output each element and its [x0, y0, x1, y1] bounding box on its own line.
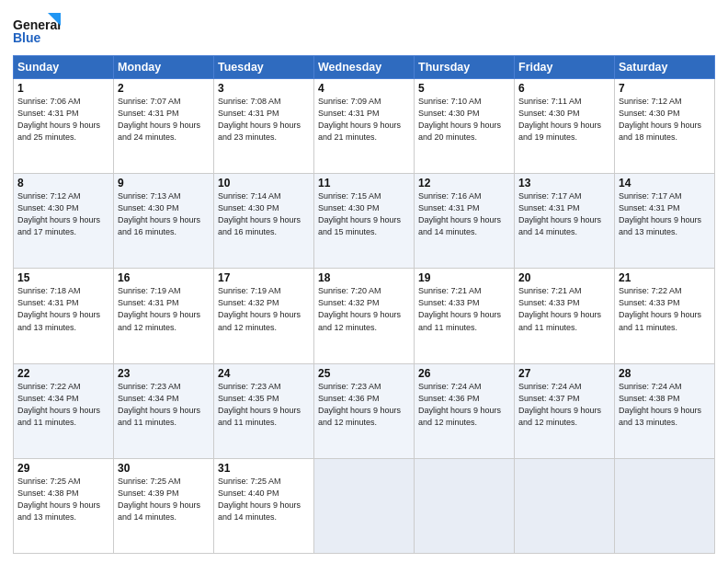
day-info: Sunrise: 7:12 AMSunset: 4:30 PMDaylight …	[619, 96, 711, 144]
calendar-body: 1 Sunrise: 7:06 AMSunset: 4:31 PMDayligh…	[14, 79, 715, 554]
calendar-cell: 5 Sunrise: 7:10 AMSunset: 4:30 PMDayligh…	[415, 79, 515, 174]
calendar-cell: 21 Sunrise: 7:22 AMSunset: 4:33 PMDaylig…	[615, 269, 715, 363]
day-number: 7	[619, 82, 711, 95]
day-info: Sunrise: 7:19 AMSunset: 4:32 PMDaylight …	[218, 285, 310, 333]
calendar-cell: 6 Sunrise: 7:11 AMSunset: 4:30 PMDayligh…	[515, 79, 615, 174]
calendar-cell: 22 Sunrise: 7:22 AMSunset: 4:34 PMDaylig…	[14, 363, 114, 458]
day-number: 24	[218, 367, 310, 380]
day-number: 8	[17, 177, 109, 190]
calendar-cell: 19 Sunrise: 7:21 AMSunset: 4:33 PMDaylig…	[415, 269, 515, 363]
day-info: Sunrise: 7:19 AMSunset: 4:31 PMDaylight …	[118, 285, 210, 333]
calendar-cell: 25 Sunrise: 7:23 AMSunset: 4:36 PMDaylig…	[314, 363, 415, 458]
calendar-cell: 2 Sunrise: 7:07 AMSunset: 4:31 PMDayligh…	[114, 79, 214, 174]
day-info: Sunrise: 7:07 AMSunset: 4:31 PMDaylight …	[118, 96, 210, 144]
day-number: 16	[118, 271, 210, 284]
day-info: Sunrise: 7:22 AMSunset: 4:33 PMDaylight …	[619, 285, 711, 333]
day-number: 29	[17, 462, 109, 475]
day-info: Sunrise: 7:17 AMSunset: 4:31 PMDaylight …	[518, 190, 610, 238]
day-number: 30	[118, 462, 210, 475]
day-number: 31	[218, 462, 310, 475]
weekday-header-monday: Monday	[114, 56, 214, 79]
day-info: Sunrise: 7:16 AMSunset: 4:31 PMDaylight …	[418, 190, 510, 238]
day-number: 26	[418, 367, 510, 380]
day-number: 14	[619, 177, 711, 190]
calendar-cell: 11 Sunrise: 7:15 AMSunset: 4:30 PMDaylig…	[314, 174, 415, 269]
calendar-cell: 7 Sunrise: 7:12 AMSunset: 4:30 PMDayligh…	[615, 79, 715, 174]
day-info: Sunrise: 7:25 AMSunset: 4:38 PMDaylight …	[17, 476, 109, 523]
calendar-cell: 18 Sunrise: 7:20 AMSunset: 4:32 PMDaylig…	[314, 269, 415, 363]
calendar-cell: 16 Sunrise: 7:19 AMSunset: 4:31 PMDaylig…	[114, 269, 214, 363]
calendar-cell: 20 Sunrise: 7:21 AMSunset: 4:33 PMDaylig…	[515, 269, 615, 363]
day-info: Sunrise: 7:12 AMSunset: 4:30 PMDaylight …	[17, 190, 109, 238]
day-info: Sunrise: 7:24 AMSunset: 4:36 PMDaylight …	[418, 381, 510, 429]
calendar-cell: 10 Sunrise: 7:14 AMSunset: 4:30 PMDaylig…	[214, 174, 314, 269]
day-number: 19	[418, 271, 510, 284]
day-number: 13	[518, 177, 610, 190]
logo-icon: General Blue	[13, 9, 61, 48]
calendar-cell: 17 Sunrise: 7:19 AMSunset: 4:32 PMDaylig…	[214, 269, 314, 363]
day-info: Sunrise: 7:23 AMSunset: 4:35 PMDaylight …	[218, 381, 310, 429]
day-info: Sunrise: 7:24 AMSunset: 4:38 PMDaylight …	[619, 381, 711, 429]
calendar-cell: 24 Sunrise: 7:23 AMSunset: 4:35 PMDaylig…	[214, 363, 314, 458]
day-info: Sunrise: 7:25 AMSunset: 4:40 PMDaylight …	[218, 476, 310, 523]
day-info: Sunrise: 7:06 AMSunset: 4:31 PMDaylight …	[17, 96, 109, 144]
weekday-header-row: SundayMondayTuesdayWednesdayThursdayFrid…	[14, 56, 715, 79]
calendar-cell: 28 Sunrise: 7:24 AMSunset: 4:38 PMDaylig…	[615, 363, 715, 458]
week-row-3: 15 Sunrise: 7:18 AMSunset: 4:31 PMDaylig…	[14, 269, 715, 363]
weekday-header-saturday: Saturday	[615, 56, 715, 79]
day-number: 28	[619, 367, 711, 380]
header: General Blue	[13, 9, 715, 48]
svg-text:Blue: Blue	[13, 30, 41, 45]
day-info: Sunrise: 7:25 AMSunset: 4:39 PMDaylight …	[118, 476, 210, 523]
calendar-cell	[515, 458, 615, 553]
day-number: 2	[118, 82, 210, 95]
day-info: Sunrise: 7:13 AMSunset: 4:30 PMDaylight …	[118, 190, 210, 238]
calendar-cell: 9 Sunrise: 7:13 AMSunset: 4:30 PMDayligh…	[114, 174, 214, 269]
weekday-header-friday: Friday	[515, 56, 615, 79]
calendar-cell: 29 Sunrise: 7:25 AMSunset: 4:38 PMDaylig…	[14, 458, 114, 553]
day-info: Sunrise: 7:09 AMSunset: 4:31 PMDaylight …	[318, 96, 410, 144]
day-number: 27	[518, 367, 610, 380]
calendar-cell: 1 Sunrise: 7:06 AMSunset: 4:31 PMDayligh…	[14, 79, 114, 174]
day-number: 5	[418, 82, 510, 95]
calendar-cell: 3 Sunrise: 7:08 AMSunset: 4:31 PMDayligh…	[214, 79, 314, 174]
day-info: Sunrise: 7:18 AMSunset: 4:31 PMDaylight …	[17, 285, 109, 333]
day-info: Sunrise: 7:20 AMSunset: 4:32 PMDaylight …	[318, 285, 410, 333]
calendar-cell	[615, 458, 715, 553]
calendar-cell: 13 Sunrise: 7:17 AMSunset: 4:31 PMDaylig…	[515, 174, 615, 269]
day-number: 15	[17, 271, 109, 284]
calendar-cell: 30 Sunrise: 7:25 AMSunset: 4:39 PMDaylig…	[114, 458, 214, 553]
calendar-cell	[314, 458, 415, 553]
week-row-5: 29 Sunrise: 7:25 AMSunset: 4:38 PMDaylig…	[14, 458, 715, 553]
calendar-cell: 27 Sunrise: 7:24 AMSunset: 4:37 PMDaylig…	[515, 363, 615, 458]
day-number: 4	[318, 82, 410, 95]
calendar-cell: 8 Sunrise: 7:12 AMSunset: 4:30 PMDayligh…	[14, 174, 114, 269]
day-info: Sunrise: 7:14 AMSunset: 4:30 PMDaylight …	[218, 190, 310, 238]
calendar-cell: 4 Sunrise: 7:09 AMSunset: 4:31 PMDayligh…	[314, 79, 415, 174]
day-number: 1	[17, 82, 109, 95]
weekday-header-thursday: Thursday	[415, 56, 515, 79]
week-row-2: 8 Sunrise: 7:12 AMSunset: 4:30 PMDayligh…	[14, 174, 715, 269]
day-number: 22	[17, 367, 109, 380]
day-number: 20	[518, 271, 610, 284]
calendar-cell: 12 Sunrise: 7:16 AMSunset: 4:31 PMDaylig…	[415, 174, 515, 269]
day-number: 18	[318, 271, 410, 284]
week-row-4: 22 Sunrise: 7:22 AMSunset: 4:34 PMDaylig…	[14, 363, 715, 458]
calendar-page: General Blue SundayMondayTuesdayWednesda…	[0, 0, 728, 563]
calendar-cell: 23 Sunrise: 7:23 AMSunset: 4:34 PMDaylig…	[114, 363, 214, 458]
day-info: Sunrise: 7:22 AMSunset: 4:34 PMDaylight …	[17, 381, 109, 429]
day-info: Sunrise: 7:23 AMSunset: 4:34 PMDaylight …	[118, 381, 210, 429]
weekday-header-wednesday: Wednesday	[314, 56, 415, 79]
week-row-1: 1 Sunrise: 7:06 AMSunset: 4:31 PMDayligh…	[14, 79, 715, 174]
logo: General Blue	[13, 9, 61, 48]
calendar-cell: 14 Sunrise: 7:17 AMSunset: 4:31 PMDaylig…	[615, 174, 715, 269]
calendar-cell: 26 Sunrise: 7:24 AMSunset: 4:36 PMDaylig…	[415, 363, 515, 458]
day-number: 17	[218, 271, 310, 284]
day-number: 12	[418, 177, 510, 190]
calendar-cell: 31 Sunrise: 7:25 AMSunset: 4:40 PMDaylig…	[214, 458, 314, 553]
day-number: 25	[318, 367, 410, 380]
day-info: Sunrise: 7:08 AMSunset: 4:31 PMDaylight …	[218, 96, 310, 144]
weekday-header-tuesday: Tuesday	[214, 56, 314, 79]
day-info: Sunrise: 7:10 AMSunset: 4:30 PMDaylight …	[418, 96, 510, 144]
day-number: 10	[218, 177, 310, 190]
